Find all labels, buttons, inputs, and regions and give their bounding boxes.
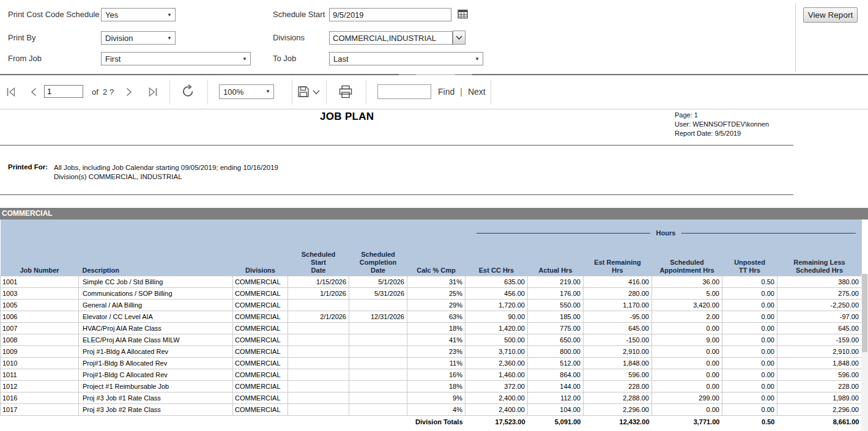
table-cell: 800.00 (528, 346, 584, 358)
table-cell (349, 323, 407, 334)
table-row: 1012Project #1 Reimbursable JobCOMMERCIA… (1, 381, 862, 392)
table-cell: COMMERCIAL (233, 346, 288, 358)
print-by-label: Print By (8, 33, 36, 42)
table-cell: 228.00 (777, 381, 862, 392)
column-header-remaining-less-scheduled: Remaining Less Scheduled Hrs (777, 246, 862, 276)
table-cell: 0.00 (722, 311, 777, 323)
table-cell: 112.00 (528, 392, 584, 404)
page-number-input[interactable] (44, 85, 83, 98)
table-body: 1001Simple CC Job / Std BillingCOMMERCIA… (1, 276, 862, 416)
table-cell: 550.00 (528, 300, 584, 311)
table-cell: 219.00 (528, 276, 584, 288)
print-icon[interactable] (338, 84, 354, 99)
table-cell: COMMERCIAL (233, 300, 288, 311)
table-cell: 18% (407, 323, 466, 334)
table-cell (349, 334, 407, 346)
table-cell: 4% (407, 404, 466, 416)
table-cell: 2,910.00 (584, 346, 652, 358)
last-page-icon[interactable] (147, 86, 159, 98)
schedule-start-label: Schedule Start (273, 10, 325, 19)
table-cell: 1007 (1, 323, 79, 334)
table-cell: 596.00 (584, 369, 652, 381)
hours-right-line (681, 233, 855, 234)
table-cell: 0.00 (722, 404, 777, 416)
table-cell: -97.00 (777, 311, 862, 323)
previous-page-icon[interactable] (28, 86, 39, 98)
table-row: 1003Communications / SOP BillingCOMMERCI… (1, 288, 862, 300)
report-viewer-window: Print Cost Code Schedule Yes ▼ Print By … (0, 0, 868, 431)
table-cell: Elevator / CC Level AIA (79, 311, 233, 323)
find-link[interactable]: Find (438, 87, 454, 97)
print-cost-code-schedule-select[interactable]: Yes ▼ (101, 8, 176, 21)
table-cell: 456.00 (466, 288, 528, 300)
total-remaining-less-scheduled: 8,661.00 (777, 416, 862, 429)
table-cell: 1,720.00 (466, 300, 528, 311)
toolbar-separator (366, 79, 366, 105)
table-cell: 0.00 (652, 381, 722, 392)
column-header-divisions: Divisions (233, 246, 288, 276)
total-actual-hrs: 5,091.00 (528, 416, 584, 429)
report-date-text: Report Date: 9/5/2019 (675, 129, 769, 138)
calendar-icon[interactable] (457, 8, 469, 20)
find-input[interactable] (377, 84, 431, 99)
save-chevron-down-icon[interactable] (312, 89, 321, 95)
table-cell: COMMERCIAL (233, 323, 288, 334)
divisions-dropdown-button[interactable] (453, 31, 466, 45)
table-cell: 1,848.00 (777, 358, 862, 369)
first-page-icon[interactable] (5, 86, 17, 98)
job-plan-table: Hours Job Number Description Divisions S… (0, 219, 862, 428)
print-by-select[interactable]: Division ▼ (101, 31, 176, 45)
table-cell: 0.00 (722, 288, 777, 300)
zoom-select[interactable]: 100% ▼ (219, 84, 274, 99)
toolbar-separator (169, 79, 170, 105)
save-export-icon[interactable] (297, 85, 310, 98)
column-header-scheduled-appointment-hrs: Scheduled Appointment Hrs (652, 246, 722, 276)
division-section-header: COMMERCIAL (0, 208, 868, 219)
table-cell: 176.00 (528, 288, 584, 300)
table-cell: 2,288.00 (584, 392, 652, 404)
divisions-input[interactable] (329, 31, 453, 45)
table-cell: 90.00 (466, 311, 528, 323)
table-cell (349, 404, 407, 416)
hours-left-line (477, 233, 650, 234)
table-cell: COMMERCIAL (233, 404, 288, 416)
table-cell: Proj#1-Bldg B Allocated Rev (79, 358, 233, 369)
total-est-remaining-hrs: 12,432.00 (584, 416, 652, 429)
table-cell: 5/1/2026 (349, 276, 407, 288)
table-cell: 11% (407, 358, 466, 369)
table-cell: 0.00 (652, 404, 722, 416)
table-cell: 1,460.00 (466, 369, 528, 381)
toolbar-separator (491, 79, 491, 105)
to-job-label: To Job (273, 54, 296, 63)
table-cell: 2,360.00 (466, 358, 528, 369)
table-cell: COMMERCIAL (233, 276, 288, 288)
to-job-select[interactable]: Last ▼ (329, 52, 483, 65)
table-cell: 5.00 (652, 288, 722, 300)
table-cell: 2,400.00 (466, 404, 528, 416)
toolbar-separator (292, 79, 292, 105)
table-cell: 645.00 (584, 323, 652, 334)
division-totals-row: Division Totals 17,523.00 5,091.00 12,43… (1, 416, 862, 429)
table-cell: 29% (407, 300, 466, 311)
header-rule (0, 145, 793, 146)
table-cell: 2,296.00 (584, 404, 652, 416)
table-cell: 650.00 (528, 334, 584, 346)
divisions-label: Divisions (273, 33, 305, 42)
toolbar-separator (207, 79, 208, 105)
schedule-start-input[interactable] (329, 8, 451, 21)
table-cell: 0.00 (722, 300, 777, 311)
table-cell: 1011 (1, 369, 79, 381)
table-cell: 18% (407, 381, 466, 392)
table-cell: 1012 (1, 381, 79, 392)
report-toolbar: of 2 ? 100% ▼ (0, 75, 868, 109)
view-report-button[interactable]: View Report (803, 7, 858, 23)
next-link[interactable]: Next (468, 87, 486, 97)
next-page-icon[interactable] (124, 86, 135, 98)
chevron-down-icon: ▼ (167, 36, 172, 41)
from-job-select[interactable]: First ▼ (101, 52, 251, 65)
table-cell: COMMERCIAL (233, 392, 288, 404)
table-cell: 2.00 (652, 311, 722, 323)
refresh-icon[interactable] (180, 83, 196, 100)
scrollbar-thumb[interactable] (862, 274, 867, 352)
table-row: 1010Proj#1-Bldg B Allocated RevCOMMERCIA… (1, 358, 862, 369)
